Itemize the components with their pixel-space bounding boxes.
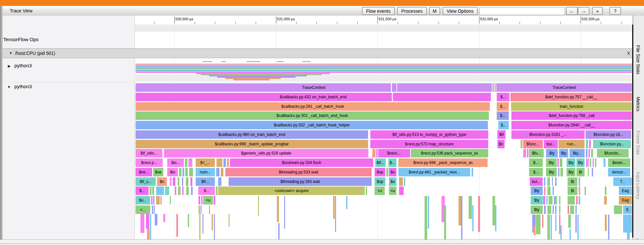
trace-event[interactable] xyxy=(156,187,164,195)
close-icon[interactable]: X xyxy=(627,49,630,58)
trace-event-sliver[interactable] xyxy=(627,233,630,239)
find-previous-button[interactable]: ← xyxy=(566,7,578,15)
trace-event-sliver[interactable] xyxy=(542,215,543,228)
trace-event[interactable]: $... xyxy=(497,93,509,101)
trace-event[interactable] xyxy=(366,187,367,195)
trace-event[interactable] xyxy=(589,140,591,148)
trace-event[interactable]: Eag xyxy=(619,196,632,204)
trace-event-sliver[interactable] xyxy=(577,215,579,239)
trace-event[interactable] xyxy=(590,158,591,167)
trace-event[interactable]: $nest.p... xyxy=(136,158,163,167)
trace-event[interactable]: $ty xyxy=(546,158,557,167)
rail-tab-file-size-stats[interactable]: File Size Stats xyxy=(636,45,641,74)
trace-event[interactable]: $function.py... xyxy=(593,140,631,148)
trace-event[interactable]: $ne... xyxy=(136,168,152,176)
trace-event[interactable] xyxy=(544,187,545,195)
trace-event-sliver[interactable] xyxy=(534,225,536,235)
trace-event[interactable]: $function.py:2840 __call__ xyxy=(511,121,632,129)
trace-event[interactable]: $io xyxy=(167,168,178,176)
trace-event[interactable] xyxy=(543,196,545,204)
trace-event[interactable] xyxy=(595,158,596,167)
trace-event[interactable] xyxy=(185,158,187,167)
trace-event[interactable]: $... xyxy=(497,102,509,111)
help-button[interactable]: ? xyxy=(609,7,621,15)
trace-event-sliver[interactable] xyxy=(551,215,552,239)
trace-event[interactable] xyxy=(178,187,181,195)
trace-event[interactable] xyxy=(154,205,155,214)
trace-event[interactable]: $... xyxy=(529,168,543,176)
trace-event[interactable]: $... xyxy=(388,158,396,167)
trace-event-sliver[interactable] xyxy=(146,214,149,229)
track-label-python3-expanded[interactable]: python3 xyxy=(14,84,32,89)
trace-event[interactable] xyxy=(152,205,153,214)
trace-event[interactable] xyxy=(179,168,182,176)
trace-event[interactable] xyxy=(586,140,588,148)
trace-event[interactable]: $... xyxy=(497,111,509,120)
trace-event[interactable] xyxy=(553,187,554,195)
track-label-python3-collapsed[interactable]: python3 xyxy=(14,63,32,68)
trace-event-sliver[interactable] xyxy=(214,214,215,239)
trace-event[interactable] xyxy=(547,187,551,195)
trace-event[interactable] xyxy=(549,196,553,204)
trace-event-sliver[interactable] xyxy=(391,83,392,92)
trace-event-sliver[interactable] xyxy=(396,83,397,92)
trace-event[interactable] xyxy=(170,196,171,204)
trace-event[interactable] xyxy=(189,168,193,176)
trace-event[interactable]: <u xyxy=(389,187,396,195)
trace-event[interactable] xyxy=(521,140,523,148)
trace-event[interactable]: $def_function.py:798 _call xyxy=(511,111,632,120)
rail-tab-metrics[interactable]: Metrics xyxy=(636,97,641,111)
trace-event[interactable]: $function.py:18... xyxy=(586,130,631,139)
trace-event[interactable] xyxy=(372,149,376,157)
device-header-host-cpu[interactable]: ▼ /host:CPU (pid 501) X xyxy=(3,48,634,58)
trace-event[interactable]: $o xyxy=(389,168,396,176)
trace-event[interactable]: <u xyxy=(375,187,385,195)
trace-event-sliver[interactable] xyxy=(570,229,571,239)
trace-event[interactable]: $functio... xyxy=(597,149,629,157)
trace-event-sliver[interactable] xyxy=(212,214,213,230)
trace-event-sliver[interactable] xyxy=(428,196,429,229)
trace-event[interactable] xyxy=(216,168,219,176)
trace-event[interactable]: $iostream.py:334 flush xyxy=(230,158,373,167)
trace-event[interactable] xyxy=(209,205,210,214)
trace-event[interactable]: $t xyxy=(568,187,577,195)
trace-event[interactable] xyxy=(217,158,222,167)
trace-event-sliver[interactable] xyxy=(555,215,556,231)
trace-event[interactable] xyxy=(579,196,580,204)
trace-event[interactable]: $ne xyxy=(153,168,163,176)
trace-event[interactable]: $io... xyxy=(167,158,184,167)
trace-event[interactable] xyxy=(575,205,577,214)
trace-event[interactable]: TraceContext xyxy=(496,83,632,92)
trace-event[interactable] xyxy=(173,177,175,186)
trace-event[interactable] xyxy=(527,149,528,157)
trace-event[interactable]: $ty xyxy=(531,187,543,195)
trace-event[interactable] xyxy=(592,168,593,176)
trace-event[interactable]: $exec... xyxy=(608,158,630,167)
trace-event[interactable]: $nest.py:536 pack_sequence_as xyxy=(411,149,488,157)
trace-event-sliver[interactable] xyxy=(623,215,632,233)
trace-event[interactable]: tensor... xyxy=(608,168,630,176)
trace-event[interactable] xyxy=(546,196,548,204)
trace-event[interactable]: $nest.py:461 _packed_nest... xyxy=(398,168,470,176)
trace-event-sliver[interactable] xyxy=(459,196,461,225)
trace-event[interactable] xyxy=(585,187,586,195)
trace-event[interactable] xyxy=(151,196,153,204)
trace-event[interactable]: $n xyxy=(497,140,505,148)
trace-event[interactable]: $func... xyxy=(523,140,543,148)
trace-event[interactable] xyxy=(182,177,183,186)
trace-event[interactable]: $ty xyxy=(567,168,575,176)
trace-event[interactable] xyxy=(152,187,154,195)
flow-events-button[interactable]: Flow events xyxy=(362,7,395,15)
trace-event[interactable] xyxy=(199,196,200,204)
trace-event[interactable] xyxy=(170,177,171,186)
trace-event[interactable]: $t xyxy=(568,177,577,186)
trace-event-sliver[interactable] xyxy=(202,214,203,234)
trace-event[interactable]: $ty xyxy=(546,149,558,157)
trace-event[interactable] xyxy=(614,205,622,214)
trace-event[interactable]: <u xyxy=(203,196,213,204)
trace-event[interactable] xyxy=(576,196,578,204)
trace-event[interactable] xyxy=(588,168,589,176)
trace-event[interactable]: $generic_utils.py:528 update xyxy=(164,149,368,157)
trace-event-sliver[interactable] xyxy=(277,196,279,222)
trace-event[interactable] xyxy=(199,205,200,214)
